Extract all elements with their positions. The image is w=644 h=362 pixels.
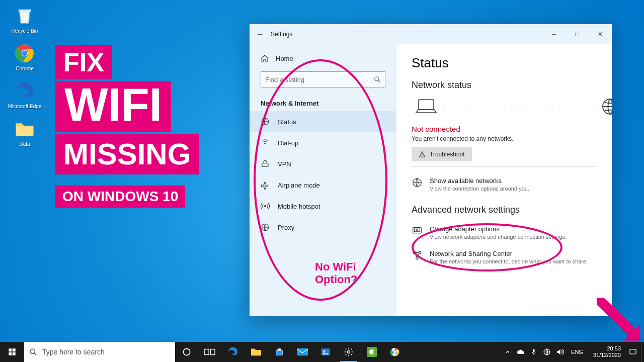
globe-large-icon — [601, 98, 612, 116]
svg-point-25 — [324, 350, 325, 352]
maximize-button[interactable]: □ — [566, 24, 589, 44]
network-sharing-center[interactable]: Network and Sharing Center For the netwo… — [412, 250, 597, 264]
sidebar-item-vpn[interactable]: VPN — [250, 153, 396, 174]
show-desktop-button[interactable] — [641, 342, 644, 362]
taskbar-mail[interactable] — [291, 342, 314, 362]
warning-icon — [419, 151, 426, 158]
tray-network-icon[interactable] — [543, 348, 551, 356]
tray-clock[interactable]: 20:53 31/12/2020 — [590, 345, 624, 358]
tray-time: 20:53 — [593, 345, 621, 352]
taskbar-taskview[interactable] — [198, 342, 221, 362]
network-diagram: · · · · · · · · · · · · · · · · · · · · … — [415, 98, 597, 116]
system-tray: ENG 20:53 31/12/2020 — [500, 342, 641, 362]
taskbar-photos[interactable] — [314, 342, 337, 362]
sidebar-item-dialup[interactable]: Dial-up — [250, 132, 396, 153]
taskbar-chrome[interactable] — [383, 342, 407, 362]
taskbar-store[interactable] — [268, 342, 291, 362]
sidebar-item-label: Airplane mode — [278, 182, 320, 189]
sharing-icon — [412, 250, 423, 261]
sidebar-item-hotspot[interactable]: Mobile hotspot — [250, 196, 396, 217]
taskbar-cortana[interactable] — [175, 342, 198, 362]
sidebar-item-label: Proxy — [278, 224, 294, 231]
separator — [412, 166, 597, 167]
back-button[interactable]: ← — [250, 30, 271, 39]
svg-rect-6 — [262, 163, 268, 167]
edge-icon — [14, 80, 35, 102]
proxy-icon — [261, 223, 270, 232]
change-adapter-options[interactable]: Change adapter options View network adap… — [412, 225, 597, 240]
taskbar-search-placeholder: Type here to search — [42, 348, 105, 356]
tray-volume-icon[interactable] — [556, 348, 564, 356]
svg-point-19 — [30, 349, 35, 353]
recycle-bin-icon — [14, 5, 35, 26]
advanced-heading: Advanced network settings — [412, 205, 597, 215]
desktop-icon-edge[interactable]: Microsoft Edge — [7, 80, 42, 109]
promo-overlay: FIX WIFI MISSING ON WINDOWS 10 — [55, 45, 199, 210]
not-connected-sub: You aren't connected to any networks. — [412, 135, 597, 142]
sidebar-section-title: Network & Internet — [250, 96, 396, 111]
hotspot-icon — [261, 202, 270, 211]
tray-date: 31/12/2020 — [593, 352, 621, 358]
desktop-icon-recycle-bin[interactable]: Recycle Bin — [7, 5, 42, 34]
sidebar-home[interactable]: Home — [250, 49, 396, 67]
svg-rect-21 — [205, 349, 209, 355]
promo-line-4: ON WINDOWS 10 — [55, 186, 185, 208]
link-title: Change adapter options — [430, 225, 567, 233]
troubleshoot-button[interactable]: Troubleshoot — [412, 147, 472, 161]
promo-line-1: FIX — [55, 45, 112, 79]
promo-line-2: WIFI — [55, 81, 171, 132]
sidebar-search[interactable] — [261, 71, 385, 87]
chrome-icon — [14, 43, 35, 64]
tray-notifications-icon[interactable] — [629, 348, 637, 356]
desktop-icon-label: Data — [7, 141, 42, 147]
annotation-no-wifi: No WiFi Option? — [315, 260, 357, 286]
sidebar-item-airplane[interactable]: Airplane mode — [250, 174, 396, 196]
svg-point-20 — [183, 348, 190, 355]
search-icon — [29, 348, 37, 356]
minimize-button[interactable]: – — [542, 24, 566, 44]
close-button[interactable]: ✕ — [589, 24, 612, 44]
link-title: Network and Sharing Center — [430, 250, 588, 257]
sidebar-item-status[interactable]: Status — [250, 111, 396, 132]
tray-mic-icon[interactable] — [530, 348, 538, 356]
sidebar-home-label: Home — [276, 55, 293, 62]
desktop-icon-data[interactable]: Data — [7, 118, 42, 147]
show-available-networks[interactable]: Show available networks View the connect… — [412, 177, 597, 192]
taskbar-search[interactable]: Type here to search — [24, 342, 175, 362]
svg-point-18 — [416, 257, 419, 259]
svg-point-16 — [413, 251, 416, 254]
taskbar-explorer[interactable] — [245, 342, 268, 362]
sidebar-item-label: Status — [278, 118, 296, 126]
svg-rect-15 — [418, 229, 420, 232]
sidebar-item-label: Mobile hotspot — [278, 203, 320, 210]
search-input[interactable] — [265, 76, 374, 83]
svg-rect-23 — [297, 348, 308, 356]
taskbar-edge[interactable] — [221, 342, 245, 362]
sidebar-item-proxy[interactable]: Proxy — [250, 217, 396, 238]
svg-rect-31 — [533, 349, 535, 352]
airplane-icon — [261, 180, 270, 190]
sidebar-item-label: Dial-up — [278, 139, 298, 147]
tray-onedrive-icon[interactable] — [517, 348, 525, 356]
start-button[interactable] — [0, 342, 24, 362]
home-icon — [261, 54, 269, 62]
taskbar-apps — [175, 342, 407, 362]
svg-point-17 — [419, 251, 421, 254]
titlebar[interactable]: ← Settings – □ ✕ — [250, 24, 612, 44]
svg-rect-9 — [419, 100, 434, 110]
adapter-icon — [412, 225, 423, 236]
troubleshoot-label: Troubleshoot — [430, 151, 465, 158]
desktop-icon-chrome[interactable]: Chrome — [7, 43, 42, 71]
globe-icon — [261, 117, 270, 126]
svg-point-7 — [265, 206, 266, 207]
tray-chevron-up-icon[interactable] — [504, 348, 512, 356]
svg-point-30 — [394, 351, 396, 353]
desktop-icons: Recycle Bin Chrome Microsoft Edge Data — [7, 5, 47, 156]
not-connected-title: Not connected — [412, 125, 597, 133]
taskbar-settings[interactable] — [337, 342, 360, 362]
svg-point-3 — [375, 77, 379, 81]
dialup-icon — [261, 138, 270, 147]
taskbar-camtasia[interactable] — [360, 342, 383, 362]
tray-language[interactable]: ENG — [569, 349, 585, 355]
svg-rect-33 — [630, 349, 636, 354]
